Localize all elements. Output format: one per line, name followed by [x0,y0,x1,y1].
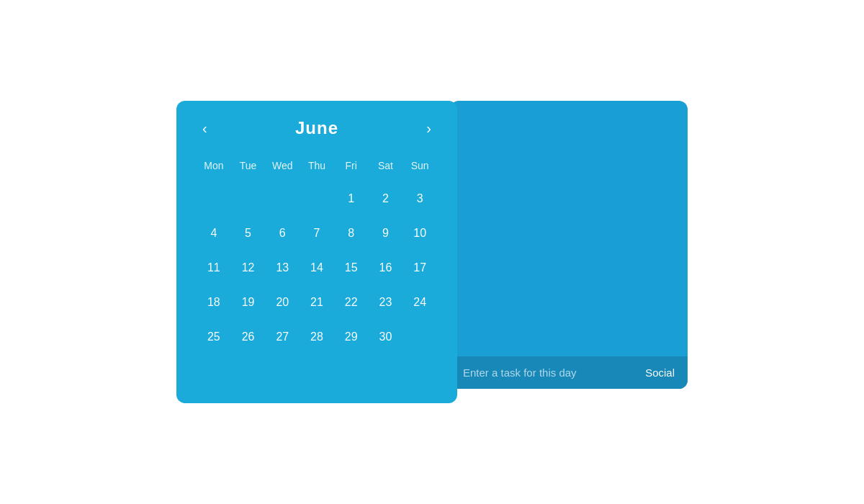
day-cell [405,323,434,351]
day-cell[interactable]: 9 [371,219,400,248]
day-cell[interactable]: 26 [234,323,263,351]
day-cell[interactable]: 4 [199,219,228,248]
day-cell[interactable]: 23 [371,288,400,317]
day-cell[interactable]: 15 [337,253,366,282]
task-panel: Enter a task for this day Social [450,101,688,389]
day-header: Wed [265,156,300,181]
day-cell[interactable]: 11 [199,253,228,282]
day-cell[interactable]: 6 [268,219,297,248]
day-cell[interactable]: 27 [268,323,297,351]
day-cell [268,184,297,213]
day-cell[interactable]: 18 [199,288,228,317]
day-cell[interactable]: 10 [405,219,434,248]
day-cell [199,184,228,213]
day-header: Fri [334,156,369,181]
next-month-button[interactable]: › [420,118,437,138]
day-cell[interactable]: 14 [302,253,331,282]
day-cell[interactable]: 22 [337,288,366,317]
day-cell[interactable]: 28 [302,323,331,351]
day-cell[interactable]: 17 [405,253,434,282]
day-cell[interactable]: 1 [337,184,366,213]
calendar-header: ‹ June › [197,118,437,138]
month-title: June [295,118,338,138]
task-category: Social [645,366,675,379]
day-cell[interactable]: 30 [371,323,400,351]
day-cell [302,184,331,213]
calendar-grid: MonTueWedThuFriSatSun1234567891011121314… [197,156,437,354]
main-container: ‹ June › MonTueWedThuFriSatSun1234567891… [176,101,688,403]
task-input-placeholder[interactable]: Enter a task for this day [463,366,577,379]
day-cell[interactable]: 3 [405,184,434,213]
day-header: Thu [300,156,334,181]
task-panel-bottom: Enter a task for this day Social [450,356,688,389]
day-cell [234,184,263,213]
day-cell[interactable]: 19 [234,288,263,317]
day-header: Sat [369,156,403,181]
day-cell[interactable]: 13 [268,253,297,282]
day-cell[interactable]: 7 [302,219,331,248]
day-cell[interactable]: 29 [337,323,366,351]
day-cell[interactable]: 16 [371,253,400,282]
day-cell[interactable]: 12 [234,253,263,282]
day-cell[interactable]: 20 [268,288,297,317]
day-header: Tue [231,156,266,181]
day-cell[interactable]: 2 [371,184,400,213]
calendar: ‹ June › MonTueWedThuFriSatSun1234567891… [176,101,457,403]
day-cell[interactable]: 24 [405,288,434,317]
prev-month-button[interactable]: ‹ [197,118,213,138]
day-header: Sun [402,156,437,181]
day-header: Mon [197,156,231,181]
day-cell[interactable]: 5 [234,219,263,248]
day-cell[interactable]: 25 [199,323,228,351]
day-cell[interactable]: 8 [337,219,366,248]
day-cell[interactable]: 21 [302,288,331,317]
